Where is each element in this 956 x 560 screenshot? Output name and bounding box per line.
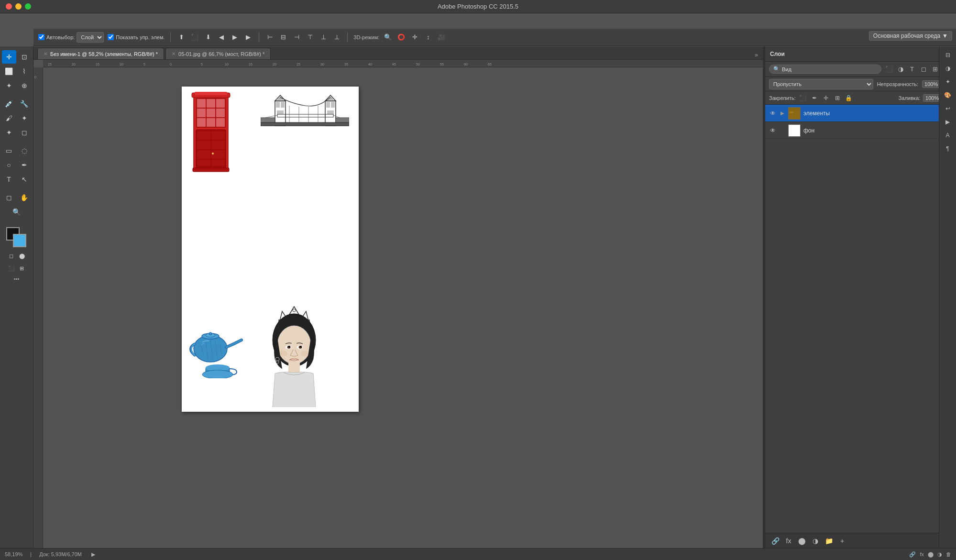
extras-btn[interactable]: ••• bbox=[14, 276, 20, 282]
align-top-icon[interactable]: ⬆ bbox=[176, 33, 186, 42]
zoom-tool[interactable]: 🔍 bbox=[10, 205, 24, 219]
threed-icon-5[interactable]: 🎥 bbox=[437, 33, 446, 42]
lock-brush-icon[interactable]: ✒ bbox=[810, 94, 819, 102]
layer-eye-background[interactable]: 👁 bbox=[769, 127, 777, 134]
tab-expand-btn[interactable]: » bbox=[752, 51, 761, 59]
hand-tool[interactable]: ✋ bbox=[17, 191, 32, 204]
filter-shape-icon[interactable]: ◻ bbox=[919, 65, 928, 74]
screen-cycle-btn[interactable]: ⊞ bbox=[17, 264, 27, 273]
fullscreen-button[interactable] bbox=[25, 3, 31, 10]
layer-expand-background bbox=[780, 128, 785, 133]
shape-tool[interactable]: ◻ bbox=[2, 191, 16, 204]
distribute-center-icon[interactable]: ⊟ bbox=[278, 33, 288, 42]
panel-paragraph-icon[interactable]: ¶ bbox=[942, 143, 954, 154]
statusbar-expand-btn[interactable]: ▶ bbox=[91, 551, 95, 558]
threed-icon-4[interactable]: ↕ bbox=[423, 33, 433, 42]
show-controls-checkbox[interactable] bbox=[108, 34, 114, 40]
eyedropper-tool[interactable]: 💉 bbox=[2, 97, 16, 110]
panel-resize-handle[interactable] bbox=[763, 46, 765, 548]
workspace-selector[interactable]: Основная рабочая среда ▼ bbox=[869, 31, 952, 41]
crop-tool[interactable]: ⊕ bbox=[17, 79, 32, 92]
panel-character-icon[interactable]: A bbox=[942, 130, 954, 141]
panel-layers-icon[interactable]: ⊟ bbox=[942, 49, 954, 61]
autoselect-select[interactable]: Слой bbox=[77, 32, 104, 43]
brush-tool[interactable]: 🖌 bbox=[2, 111, 16, 125]
panel-actions-icon[interactable]: ▶ bbox=[942, 116, 954, 128]
tab-close-1[interactable]: ✕ bbox=[44, 51, 47, 56]
filter-smart-icon[interactable]: ⊞ bbox=[930, 65, 940, 74]
threed-icon-1[interactable]: 🔍 bbox=[383, 33, 393, 42]
trash-icon[interactable]: 🗑 bbox=[946, 551, 951, 557]
align-hcenter-icon[interactable]: ▶ bbox=[230, 33, 240, 42]
tab-untitled[interactable]: ✕ Без имени-1 @ 58,2% (элементы, RGB/8#)… bbox=[37, 48, 164, 59]
svg-rect-53 bbox=[326, 102, 330, 108]
layers-bottom-toolbar: 🔗 fx ⬤ ◑ 📁 + 🗑 bbox=[765, 533, 956, 548]
panel-style-icon[interactable]: ✦ bbox=[942, 76, 954, 88]
tab-close-2[interactable]: ✕ bbox=[172, 51, 176, 56]
lock-pixels-icon[interactable]: ⬛ bbox=[799, 94, 807, 102]
layer-style-icon[interactable]: fx bbox=[783, 536, 794, 546]
panel-swatches-icon[interactable]: 🎨 bbox=[942, 89, 954, 101]
lock-move-icon[interactable]: ✛ bbox=[822, 94, 830, 102]
eraser-tool[interactable]: ◻ bbox=[17, 126, 32, 139]
patch-tool[interactable]: 🔧 bbox=[17, 97, 32, 110]
svg-point-92 bbox=[300, 346, 302, 348]
lock-artboard-icon[interactable]: ⊞ bbox=[833, 94, 842, 102]
layer-group-icon[interactable]: 📁 bbox=[824, 536, 834, 546]
heal-tool[interactable]: ✦ bbox=[2, 126, 16, 139]
background-color[interactable] bbox=[13, 234, 26, 247]
magic-wand-tool[interactable]: ✦ bbox=[2, 79, 16, 92]
layer-expand-elements[interactable]: ▶ bbox=[780, 110, 785, 116]
layer-new-icon[interactable]: + bbox=[837, 536, 847, 546]
layers-search-box[interactable]: 🔍 Вид bbox=[769, 65, 881, 74]
pen-tool[interactable]: ✒ bbox=[17, 158, 32, 172]
fx-btn[interactable]: fx bbox=[920, 551, 924, 557]
distribute-right-icon[interactable]: ⊣ bbox=[292, 33, 301, 42]
type-tool[interactable]: T bbox=[2, 173, 16, 186]
tab-05-01[interactable]: ✕ 05-01.jpg @ 66,7% (мост, RGB/8#) * bbox=[165, 48, 271, 59]
svg-line-63 bbox=[333, 115, 340, 118]
artboard-tool[interactable]: ⊡ bbox=[17, 50, 32, 64]
layers-filter-bar: 🔍 Вид ⬛ ◑ T ◻ ⊞ ⊘ bbox=[765, 62, 956, 77]
marquee-tool[interactable]: ⬜ bbox=[2, 65, 16, 78]
teapot-element bbox=[189, 330, 242, 369]
align-left-icon[interactable]: ◀ bbox=[217, 33, 226, 42]
standard-mode[interactable]: ◻ bbox=[7, 251, 16, 261]
minimize-button[interactable] bbox=[15, 3, 22, 10]
panel-history-icon[interactable]: ↩ bbox=[942, 103, 954, 114]
statusbar: 58,19% | Док: 5,93М/6,70М ▶ 🔗 fx ⬤ ◑ 🗑 bbox=[0, 548, 956, 560]
threed-icon-2[interactable]: ⭕ bbox=[396, 33, 406, 42]
filter-type-icon[interactable]: T bbox=[907, 65, 917, 74]
dodge-tool[interactable]: ○ bbox=[2, 158, 16, 172]
distribute-top-icon[interactable]: ⊤ bbox=[305, 33, 315, 42]
distribute-bottom-icon[interactable]: ⊥ bbox=[332, 33, 341, 42]
panel-adjustments-icon[interactable]: ◑ bbox=[942, 63, 954, 74]
distribute-mid-icon[interactable]: ⊥ bbox=[319, 33, 328, 42]
align-right-icon[interactable]: ▶ bbox=[243, 33, 253, 42]
screen-mode-btn[interactable]: ⬛ bbox=[7, 264, 16, 273]
layer-mask-icon[interactable]: ⬤ bbox=[797, 536, 807, 546]
layer-link-icon[interactable]: 🔗 bbox=[770, 536, 780, 546]
filter-adjust-icon[interactable]: ◑ bbox=[896, 65, 905, 74]
select-tool[interactable]: ↖ bbox=[17, 173, 32, 186]
gradient-tool[interactable]: ▭ bbox=[2, 144, 16, 157]
threed-icon-3[interactable]: ✛ bbox=[410, 33, 419, 42]
align-bottom-icon[interactable]: ⬇ bbox=[203, 33, 213, 42]
layer-row-elements[interactable]: 👁 ▶ элементы bbox=[765, 105, 956, 122]
layer-row-background[interactable]: 👁 фон 🔒 bbox=[765, 122, 956, 139]
layer-adj-icon[interactable]: ◑ bbox=[810, 536, 821, 546]
filter-pixel-icon[interactable]: ⬛ bbox=[884, 65, 894, 74]
layer-eye-elements[interactable]: 👁 bbox=[769, 110, 777, 117]
quick-mask-mode[interactable]: ⬤ bbox=[17, 251, 27, 261]
stamp-tool[interactable]: ✦ bbox=[17, 111, 32, 125]
move-tool[interactable]: ✛ bbox=[2, 50, 16, 64]
blur-tool[interactable]: ◌ bbox=[17, 144, 32, 157]
lock-all-icon[interactable]: 🔒 bbox=[845, 94, 853, 102]
align-vcenter-icon[interactable]: ⬛ bbox=[190, 33, 199, 42]
lasso-tool[interactable]: ⌇ bbox=[17, 65, 32, 78]
blend-mode-select[interactable]: Пропустить bbox=[769, 79, 873, 89]
close-button[interactable] bbox=[6, 3, 12, 10]
autoselect-checkbox[interactable] bbox=[38, 34, 44, 40]
svg-point-96 bbox=[280, 351, 287, 356]
distribute-left-icon[interactable]: ⊢ bbox=[265, 33, 275, 42]
